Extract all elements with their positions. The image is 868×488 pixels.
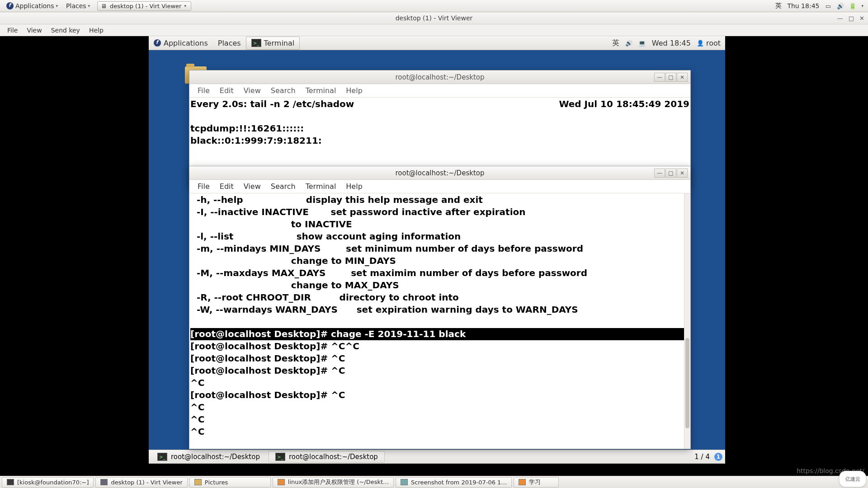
window-title: root@localhost:~/Desktop (396, 73, 485, 81)
minimize-button[interactable]: — (837, 15, 843, 22)
scrollbar-thumb[interactable] (685, 338, 689, 428)
display-icon[interactable]: ▭ (825, 3, 831, 9)
terminal-titlebar[interactable]: root@localhost:~/Desktop — □ ✕ (189, 166, 690, 180)
document-icon (278, 479, 285, 485)
label: Places (66, 2, 86, 9)
menu-file[interactable]: File (193, 181, 214, 192)
close-button[interactable]: ✕ (677, 73, 688, 82)
label: Pictures (205, 479, 228, 486)
battery-icon[interactable]: 🔋 (849, 3, 856, 9)
menu-sendkey[interactable]: Send key (47, 25, 84, 35)
terminal-icon: >_ (275, 453, 285, 461)
taskbar-item[interactable]: desktop (1) - Virt Viewer (95, 477, 187, 488)
virt-viewer-titlebar[interactable]: desktop (1) - Virt Viewer — □ ✕ (0, 12, 868, 24)
taskbar-item[interactable]: Screenshot from 2019-07-06 1… (396, 477, 512, 488)
close-button[interactable]: ✕ (859, 15, 864, 22)
window-title: desktop (1) - Virt Viewer (396, 14, 473, 22)
window-title: root@localhost:~/Desktop (396, 169, 485, 177)
guest-clock[interactable]: Wed 18:45 (652, 39, 691, 47)
guest-screen: Applications Places >_ Terminal 英 🔊 💻 We… (149, 36, 725, 464)
terminal-icon: >_ (251, 39, 261, 47)
taskbar-item-terminal-1[interactable]: >_ root@localhost:~/Desktop (151, 451, 267, 463)
host-top-panel: Applications ▾ Places ▾ 🖥 desktop (1) - … (0, 0, 868, 12)
menu-view[interactable]: View (239, 181, 265, 192)
workspace-badge[interactable]: 1 (714, 453, 722, 461)
guest-applications-menu[interactable]: Applications (149, 37, 213, 49)
host-bottom-panel: [kiosk@foundation70:~] desktop (1) - Vir… (0, 476, 868, 488)
virt-viewer-window: desktop (1) - Virt Viewer — □ ✕ File Vie… (0, 12, 868, 476)
label: desktop (1) - Virt Viewer (110, 3, 181, 9)
volume-icon[interactable]: 🔊 (626, 40, 632, 47)
menu-help[interactable]: Help (85, 25, 107, 35)
terminal-scrollbar[interactable] (684, 193, 690, 449)
menu-help[interactable]: Help (341, 85, 367, 96)
taskbar-item[interactable]: linux添加用户及权限管理 (~/Deskt… (273, 477, 394, 488)
workspace-indicator[interactable]: 1 / 4 (694, 453, 710, 461)
terminal-icon (7, 479, 14, 485)
taskbar-item[interactable]: Pictures (189, 477, 271, 488)
close-button[interactable]: ✕ (677, 169, 688, 178)
taskbar-item-terminal-2[interactable]: >_ root@localhost:~/Desktop (269, 451, 385, 463)
watch-header-left: Every 2.0s: tail -n 2 /etc/shadow (190, 99, 354, 109)
display-icon (100, 479, 108, 485)
network-icon[interactable]: 💻 (639, 40, 646, 47)
maximize-button[interactable]: □ (665, 169, 676, 178)
chevron-down-icon: ▾ (184, 4, 186, 8)
guest-places-menu[interactable]: Places (213, 37, 246, 49)
minimize-button[interactable]: — (654, 169, 665, 178)
vm-viewport[interactable]: Applications Places >_ Terminal 英 🔊 💻 We… (0, 36, 868, 476)
guest-bottom-panel: >_ root@localhost:~/Desktop >_ root@loca… (149, 450, 725, 464)
terminal-icon: >_ (157, 453, 167, 461)
menu-view[interactable]: View (23, 25, 45, 35)
chevron-down-icon: ▾ (56, 4, 58, 8)
minimize-button[interactable]: — (654, 73, 665, 82)
maximize-button[interactable]: □ (849, 15, 854, 22)
menu-terminal[interactable]: Terminal (301, 85, 341, 96)
fedora-icon (154, 39, 161, 47)
fedora-icon (6, 2, 14, 9)
terminal-menubar: File Edit View Search Terminal Help (189, 180, 690, 193)
menu-edit[interactable]: Edit (215, 85, 238, 96)
folder-icon (194, 479, 202, 485)
label: Places (218, 39, 241, 47)
label: 学习 (529, 478, 541, 486)
terminal-menubar: File Edit View Search Terminal Help (189, 84, 690, 98)
host-ime-indicator[interactable]: 英 (775, 2, 782, 10)
menu-search[interactable]: Search (266, 181, 300, 192)
terminal-output[interactable]: -h, --help display this help message and… (189, 193, 690, 449)
terminal-titlebar[interactable]: root@localhost:~/Desktop — □ ✕ (189, 70, 690, 84)
label: root@localhost:~/Desktop (289, 453, 378, 461)
display-icon: 🖥 (100, 3, 107, 9)
taskbar-item[interactable]: [kiosk@foundation70:~] (2, 477, 94, 488)
maximize-button[interactable]: □ (665, 73, 676, 82)
taskbar-item[interactable]: 学习 (514, 477, 559, 488)
menu-search[interactable]: Search (266, 85, 300, 96)
virt-viewer-menubar: File View Send key Help (0, 24, 868, 36)
highlighted-command: [root@localhost Desktop]# chage -E 2019-… (190, 328, 689, 340)
logo-text: 亿速云 (845, 476, 860, 483)
label: Applications (15, 2, 54, 9)
label: root (706, 39, 721, 47)
label: Screenshot from 2019-07-06 1… (411, 479, 507, 486)
host-places-menu[interactable]: Places ▾ (62, 1, 94, 11)
prompt-lines: [root@localhost Desktop]# ^C^C [root@loc… (190, 341, 359, 437)
menu-file[interactable]: File (4, 25, 21, 35)
guest-user-menu[interactable]: 👤 root (697, 39, 721, 47)
terminal-output[interactable]: Every 2.0s: tail -n 2 /etc/shadowWed Jul… (189, 98, 690, 147)
host-window-button[interactable]: 🖥 desktop (1) - Virt Viewer ▾ (97, 1, 191, 11)
terminal-window-chage[interactable]: root@localhost:~/Desktop — □ ✕ File Edit… (189, 166, 691, 449)
volume-icon[interactable]: 🔊 (837, 3, 844, 9)
menu-terminal[interactable]: Terminal (301, 181, 341, 192)
menu-view[interactable]: View (239, 85, 265, 96)
guest-desktop[interactable]: root@localhost:~/Desktop — □ ✕ File Edit… (149, 50, 725, 450)
label: linux添加用户及权限管理 (~/Deskt… (288, 478, 389, 486)
menu-edit[interactable]: Edit (215, 181, 238, 192)
menu-help[interactable]: Help (341, 181, 367, 192)
chevron-down-icon: ▾ (88, 4, 90, 8)
guest-terminal-appmenu[interactable]: >_ Terminal (246, 37, 300, 50)
chevron-down-icon[interactable]: ▾ (861, 4, 863, 8)
host-applications-menu[interactable]: Applications ▾ (3, 1, 61, 11)
host-clock[interactable]: Thu 18:45 (787, 2, 819, 9)
guest-ime-indicator[interactable]: 英 (612, 38, 619, 48)
menu-file[interactable]: File (193, 85, 214, 96)
